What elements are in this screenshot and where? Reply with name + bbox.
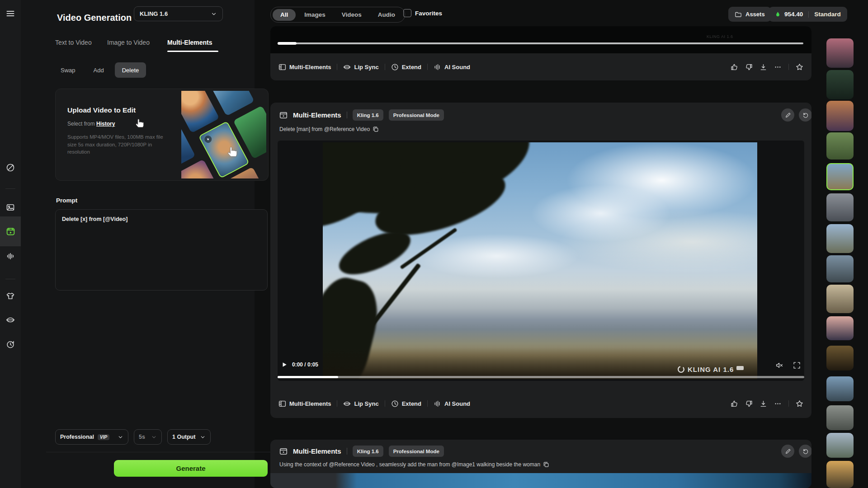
model-selector-dropdown[interactable]: KLING 1.6 [134,6,223,21]
duration-dropdown[interactable]: 5s [134,429,162,445]
history-thumbnail-open-road-clouds[interactable] [826,224,854,253]
filter-tab-audio[interactable]: Audio [370,9,403,21]
favorites-checkbox[interactable] [403,9,411,17]
filter-tab-images[interactable]: Images [297,9,333,21]
chevron-down-icon [211,11,217,17]
foreground-shadow [323,347,757,379]
history-thumbnail-man-balcony-plants[interactable] [826,433,854,458]
favorites-label: Favorites [415,10,442,17]
assets-label: Assets [745,11,765,18]
sidebar-item-ai-create[interactable] [0,158,21,178]
video-player-cropped[interactable] [270,473,811,488]
thumbs-down-icon[interactable] [745,400,753,408]
toolbar-divider [788,64,789,70]
sidebar-item-video-extend[interactable] [0,334,21,354]
extend-action[interactable]: Extend [391,63,421,71]
tab-multi-elements[interactable]: Multi-Elements [167,39,212,46]
toolbar-divider [337,400,337,407]
history-thumbnail-beach-coastline[interactable] [826,376,854,401]
generation-card-partial: KLING AI 1.6 Multi-Elements Lip Sync Ext… [270,26,811,80]
thumbs-up-icon[interactable] [731,63,738,71]
ai-sound-action[interactable]: AI Sound [434,400,470,408]
toolbar-divider [788,400,789,407]
upload-video-card[interactable]: Upload Video to Edit Select from History… [55,89,269,181]
history-thumbnail-sunset-trees[interactable] [826,461,854,488]
download-icon[interactable] [760,400,767,408]
sidebar-item-audio[interactable] [0,246,21,266]
multi-elements-action[interactable]: Multi-Elements [278,63,331,71]
history-thumbnail-woman-phone-city[interactable] [826,38,854,68]
sidebar-item-video-generation[interactable] [0,221,21,241]
regenerate-button[interactable] [799,445,811,458]
ai-sound-action[interactable]: AI Sound [434,63,470,71]
more-options-icon[interactable] [774,400,782,408]
card-toolbar: Multi-Elements Lip Sync Extend AI Sound [270,53,811,80]
multi-elements-action[interactable]: Multi-Elements [278,400,331,408]
copy-icon[interactable] [373,126,379,132]
credits-plan-pill[interactable]: 954.40 Standard [769,7,847,22]
history-thumbnail-man-sunset-window[interactable] [826,101,854,131]
video-progress-bar[interactable] [278,42,803,44]
thumbs-up-icon[interactable] [731,400,738,408]
thumbs-down-icon[interactable] [745,63,753,71]
prompt-textarea[interactable]: Delete [x] from [@Video] [55,209,268,291]
history-link[interactable]: History [96,121,115,127]
history-thumbnail-tree-valley-landscape[interactable] [826,163,854,190]
time-display: 0:00 / 0:05 [292,361,318,368]
action-label: Extend [402,400,421,407]
kling-logo-icon [677,366,685,373]
history-thumbnail-couple-sunset-silhouette[interactable] [826,316,854,340]
chevron-down-icon [151,434,157,440]
lip-sync-action[interactable]: Lip Sync [343,63,378,71]
video-player-cropped[interactable]: KLING AI 1.6 [270,26,811,53]
credit-droplet-icon [775,11,781,18]
generate-button[interactable]: Generate [114,460,268,477]
fullscreen-icon[interactable] [793,361,801,369]
mode-swap-button[interactable]: Swap [53,62,83,78]
upload-support-text: Supports MP4/MOV files, 100MB max file s… [67,133,166,156]
muted-speaker-icon[interactable] [775,361,783,369]
player-controls: 0:00 / 0:05 [281,361,318,368]
favorites-filter[interactable]: Favorites [403,9,442,17]
header-divider [347,448,347,455]
filter-tab-videos[interactable]: Videos [334,9,369,21]
tab-image-to-video[interactable]: Image to Video [107,39,150,46]
multi-elements-icon [278,400,286,408]
sidebar-item-lip-sync[interactable] [0,310,21,330]
edit-button[interactable] [781,108,794,122]
video-progress-bar[interactable] [278,376,804,378]
more-options-icon[interactable] [774,63,782,71]
history-thumbnail-couple-city-street[interactable] [826,193,854,221]
tab-text-to-video[interactable]: Text to Video [55,39,92,46]
action-label: Multi-Elements [289,400,331,407]
action-label: AI Sound [444,64,470,70]
edit-button[interactable] [781,445,794,458]
star-favorite-icon[interactable] [796,400,803,408]
filter-tab-all[interactable]: All [273,9,296,21]
copy-icon[interactable] [543,461,549,468]
output-count-dropdown[interactable]: 1 Output [167,429,211,445]
history-thumbnail-refrigerator-note[interactable] [826,285,854,313]
mode-add-button[interactable]: Add [86,62,111,78]
hamburger-menu-button[interactable] [0,4,21,23]
star-favorite-icon[interactable] [796,63,803,71]
video-player[interactable]: 0:00 / 0:05 KLING AI 1.6 [278,141,804,381]
mode-delete-button[interactable]: Delete [115,62,146,78]
history-thumbnail-bus-stop-pier[interactable] [826,405,854,430]
assets-button[interactable]: Assets [728,7,771,22]
card-header: Multi-Elements Kling 1.6 Professional Mo… [279,109,444,121]
regenerate-button[interactable] [799,108,811,122]
history-thumbnail-man-by-harbor[interactable] [826,255,854,282]
quality-dropdown[interactable]: Professional VIP [55,429,128,445]
audio-waveform-icon [6,252,15,261]
shirt-icon [6,291,15,300]
download-icon[interactable] [760,63,767,71]
history-thumbnail-dark-room-golden-light[interactable] [826,346,854,371]
extend-action[interactable]: Extend [391,400,421,408]
play-button[interactable] [281,361,288,368]
lip-sync-action[interactable]: Lip Sync [343,400,378,408]
sidebar-item-virtual-tryon[interactable] [0,286,21,306]
sidebar-item-image-generation[interactable] [0,197,21,217]
history-thumbnail-man-green-hoodie[interactable] [826,70,854,99]
history-thumbnail-dog-on-table-park[interactable] [826,132,854,160]
